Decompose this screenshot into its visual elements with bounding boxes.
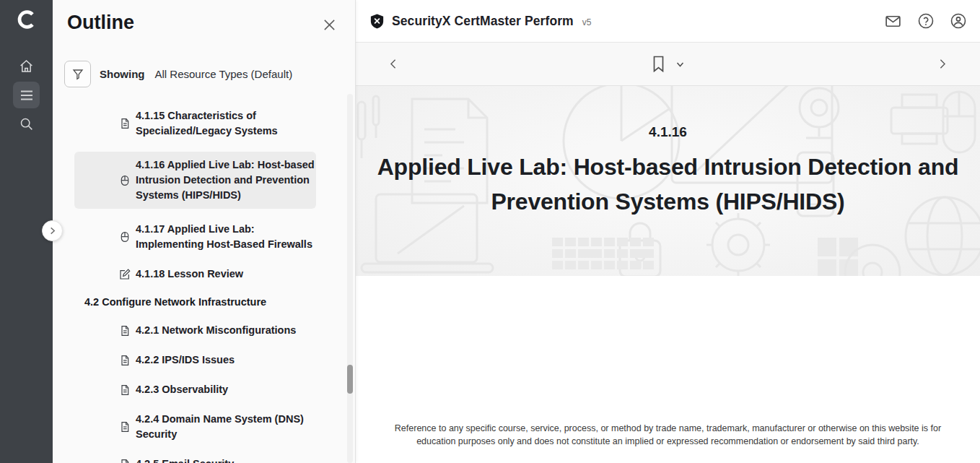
panel-title: Outline [67, 12, 134, 34]
profile-icon [950, 12, 967, 30]
chevron-left-icon [388, 58, 400, 70]
document-icon [119, 325, 131, 337]
logo-c-icon [14, 7, 39, 32]
panel-expand-handle[interactable] [42, 220, 63, 241]
outline-item-selected[interactable]: 4.1.16 Applied Live Lab: Host-based Intr… [74, 152, 316, 209]
lesson-title: Applied Live Lab: Host-based Intrusion D… [356, 150, 980, 219]
panel-close-button[interactable] [320, 16, 338, 33]
lesson-toolbar [356, 43, 980, 86]
panel-scrollbar-track[interactable] [347, 94, 353, 463]
chevron-down-icon [675, 60, 684, 69]
document-icon [119, 384, 131, 396]
edit-icon [119, 269, 131, 280]
previous-page-button[interactable] [388, 58, 400, 70]
comptia-logo[interactable] [0, 7, 53, 32]
help-button[interactable] [917, 12, 935, 30]
outline-item[interactable]: 4.1.15 Characteristics of Specialized/Le… [74, 107, 316, 140]
close-icon [323, 18, 336, 32]
outline-item[interactable]: 4.2.5 Email Security [74, 455, 316, 463]
bookmark-button[interactable] [652, 56, 665, 72]
menu-icon [20, 90, 33, 101]
bookmark-icon [652, 56, 665, 72]
outline-item-label: 4.2.1 Network Misconfigurations [136, 323, 316, 338]
document-icon [119, 421, 131, 433]
outline-item[interactable]: 4.1.18 Lesson Review [74, 265, 316, 283]
disclaimer-text: Reference to any specific course, servic… [386, 422, 950, 448]
filter-row: Showing All Resource Types (Default) [64, 61, 292, 87]
app-title: SecurityX CertMaster Perform [392, 14, 574, 29]
outline-item[interactable]: 4.2.3 Observability [74, 381, 316, 399]
funnel-icon [71, 68, 84, 81]
outline-item-label: 4.1.17 Applied Live Lab: Implementing Ho… [136, 222, 316, 252]
outline-item-label: 4.1.15 Characteristics of Specialized/Le… [136, 108, 316, 139]
mail-icon [884, 12, 902, 30]
next-page-button[interactable] [936, 58, 948, 70]
search-icon [19, 116, 34, 131]
panel-scrollbar-thumb[interactable] [347, 365, 353, 394]
outline-menu-button[interactable] [13, 82, 40, 108]
chevron-right-icon [936, 58, 948, 70]
app-header: SecurityX CertMaster Perform v5 [356, 0, 980, 43]
home-icon [19, 59, 34, 74]
outline-item-label: 4.2.5 Email Security [136, 456, 316, 463]
outline-item[interactable]: 4.2.4 Domain Name System (DNS) Security [74, 410, 316, 443]
outline-item-label: 4.2.4 Domain Name System (DNS) Security [136, 412, 316, 442]
filter-button[interactable] [64, 61, 91, 87]
main-content: SecurityX CertMaster Perform v5 [356, 0, 980, 463]
outline-list: 4.1.15 Characteristics of Specialized/Le… [53, 107, 346, 463]
app-brand: SecurityX CertMaster Perform v5 [369, 13, 591, 30]
document-icon [119, 355, 131, 366]
outline-section-header: 4.2 Configure Network Infrastructure [84, 295, 301, 310]
document-icon [119, 118, 131, 129]
outline-item-label: 4.2.3 Observability [136, 382, 316, 397]
bookmark-menu-button[interactable] [675, 60, 684, 69]
profile-button[interactable] [950, 12, 967, 30]
home-button[interactable] [13, 53, 40, 79]
outline-item-label: 4.1.18 Lesson Review [136, 267, 316, 282]
mouse-icon [119, 231, 131, 243]
help-icon [917, 12, 935, 30]
lesson-banner: 4.1.16 Applied Live Lab: Host-based Intr… [356, 86, 980, 276]
outline-panel: Outline Showing All Resource Types (Defa… [53, 0, 356, 463]
mail-button[interactable] [884, 12, 902, 30]
shield-x-icon [369, 13, 385, 30]
outline-item-label: 4.2.2 IPS/IDS Issues [136, 352, 316, 368]
outline-item-label: 4.1.16 Applied Live Lab: Host-based Intr… [136, 157, 316, 203]
outline-item[interactable]: 4.2.1 Network Misconfigurations [74, 321, 316, 339]
app-version: v5 [582, 17, 592, 27]
outline-item[interactable]: 4.1.17 Applied Live Lab: Implementing Ho… [74, 220, 316, 254]
header-actions [884, 12, 967, 30]
filter-showing-label: Showing [100, 68, 145, 80]
search-button[interactable] [13, 111, 40, 137]
document-icon [119, 459, 131, 463]
bookmark-group [652, 56, 684, 72]
mouse-icon [119, 175, 131, 186]
outline-item[interactable]: 4.2.2 IPS/IDS Issues [74, 351, 316, 369]
filter-value: All Resource Types (Default) [155, 68, 293, 80]
lesson-number: 4.1.16 [356, 124, 980, 140]
chevron-right-icon [48, 227, 56, 235]
